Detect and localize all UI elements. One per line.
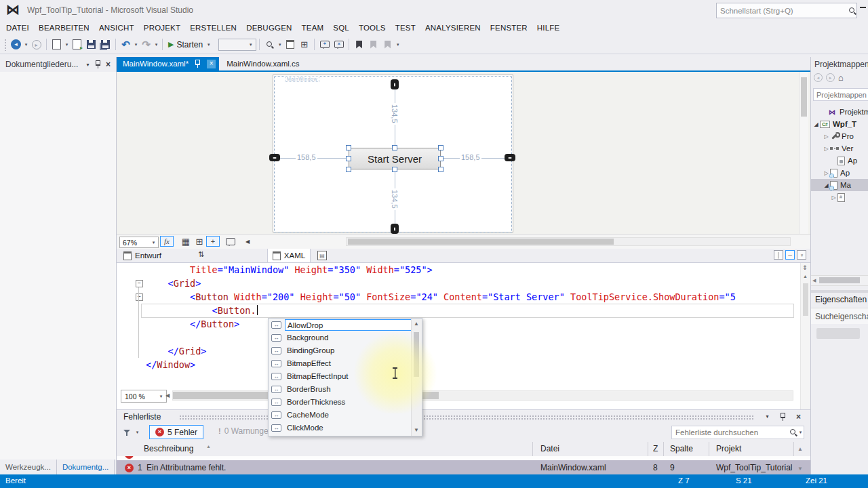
selection-handle[interactable] bbox=[392, 167, 397, 172]
selection-handle[interactable] bbox=[438, 167, 443, 172]
show-grid-icon[interactable]: ▦ bbox=[179, 236, 193, 247]
filter-funnel-icon[interactable] bbox=[123, 428, 132, 440]
horizontal-split-button[interactable]: ─ bbox=[785, 250, 795, 260]
quick-launch-box[interactable] bbox=[716, 3, 857, 18]
find-in-files-button[interactable] bbox=[262, 37, 277, 52]
vertical-split-button[interactable]: │ bbox=[774, 250, 783, 260]
intellisense-item-borderbrush[interactable]: BorderBrush bbox=[269, 383, 412, 396]
tab-entwurf[interactable]: Entwurf bbox=[123, 249, 161, 262]
column-header-z[interactable]: Z bbox=[653, 444, 658, 453]
window-position-chevron-icon[interactable]: ▾ bbox=[83, 60, 93, 70]
forward-button[interactable]: ▸ bbox=[826, 73, 835, 82]
close-icon[interactable]: × bbox=[793, 411, 804, 422]
collapsed-arrow-icon[interactable]: ▷ bbox=[830, 195, 837, 201]
code-line[interactable]: </Button> bbox=[146, 317, 801, 331]
tab-xaml[interactable]: XAML bbox=[267, 249, 311, 262]
solution-search-box[interactable] bbox=[813, 88, 868, 101]
scroll-down-arrow[interactable]: ▼ bbox=[797, 466, 803, 472]
close-icon[interactable]: × bbox=[207, 60, 216, 68]
menu-item-team[interactable]: TEAM bbox=[297, 22, 329, 34]
warnings-toggle-button[interactable]: ! 0 Warnungen bbox=[218, 426, 273, 436]
bookmark-button[interactable] bbox=[352, 37, 366, 52]
navigate-back-dropdown[interactable]: ▾ bbox=[23, 42, 29, 47]
code-line[interactable]: Title="MainWindow" Height="350" Width="5… bbox=[146, 263, 801, 277]
intellisense-item-allowdrop[interactable]: AllowDrop bbox=[269, 319, 412, 331]
collapsed-arrow-icon[interactable]: ▷ bbox=[823, 146, 830, 152]
code-line[interactable]: </Grid> bbox=[146, 344, 801, 358]
panel-header[interactable]: Dokumentgliederu... ▾ × bbox=[0, 57, 116, 72]
scroll-up-arrow[interactable]: ▲ bbox=[414, 321, 419, 327]
scroll-up-arrow[interactable]: ▲ bbox=[797, 446, 803, 452]
code-line[interactable]: </Window> bbox=[146, 358, 801, 371]
intellisense-item-clickmode[interactable]: ClickMode bbox=[269, 422, 412, 434]
editor-horizontal-scrollbar[interactable] bbox=[172, 390, 793, 401]
selection-handle[interactable] bbox=[346, 145, 351, 150]
home-icon[interactable]: ⌂ bbox=[838, 73, 844, 82]
scroll-left-arrow[interactable]: ◀ bbox=[165, 392, 170, 399]
debug-target-combo[interactable]: ▾ bbox=[218, 39, 256, 51]
annotation-bubble-icon[interactable] bbox=[224, 236, 237, 247]
tree-item-pro[interactable]: ▷Pro bbox=[811, 130, 868, 142]
selection-handle[interactable] bbox=[438, 145, 443, 150]
search-properties-header[interactable]: Sucheigenscha bbox=[811, 308, 868, 324]
tree-item-ap[interactable]: ▷Ap bbox=[811, 167, 868, 179]
intellisense-item-background[interactable]: Background bbox=[269, 331, 412, 344]
tree-item-ver[interactable]: ▷Ver bbox=[811, 142, 868, 155]
column-header-projekt[interactable]: Projekt bbox=[716, 444, 741, 453]
pin-icon[interactable] bbox=[778, 411, 788, 422]
editor-vertical-scrollbar[interactable]: ⇕ ▲ bbox=[800, 263, 810, 409]
tab-mainwindow-xaml[interactable]: MainWindow.xaml* × bbox=[117, 57, 219, 70]
scroll-up-arrow[interactable]: ▲ bbox=[803, 274, 808, 279]
menu-item-debuggen[interactable]: DEBUGGEN bbox=[241, 22, 296, 34]
snapline-toggle-icon[interactable]: + bbox=[206, 236, 220, 247]
solution-search-input[interactable] bbox=[814, 91, 868, 99]
minimize-button[interactable] bbox=[860, 7, 866, 8]
scrollbar-thumb[interactable] bbox=[819, 277, 860, 283]
open-file-button[interactable] bbox=[70, 37, 84, 52]
code-line[interactable]: <Grid> bbox=[146, 277, 801, 290]
menu-item-sql[interactable]: SQL bbox=[328, 22, 354, 34]
new-file-button[interactable] bbox=[50, 37, 64, 52]
error-search-box[interactable]: ▾ bbox=[671, 426, 804, 439]
window-position-chevron-icon[interactable]: ▾ bbox=[762, 411, 772, 422]
margin-anchor-right[interactable] bbox=[505, 154, 515, 161]
add-comment-button[interactable]: + bbox=[317, 37, 332, 52]
solution-explorer-button[interactable] bbox=[283, 37, 297, 52]
tool-tab-dokumentg[interactable]: Dokumentg... bbox=[57, 460, 115, 474]
tree-item-file[interactable]: ▷ bbox=[811, 191, 868, 203]
toolbar-overflow-chevron[interactable]: ▾ bbox=[277, 42, 283, 47]
navigate-back-button[interactable]: ◂ bbox=[9, 37, 23, 52]
designer-vertical-scrollbar[interactable] bbox=[799, 72, 808, 234]
menu-item-erstellen[interactable]: ERSTELLEN bbox=[185, 22, 241, 34]
outline-collapse-button[interactable] bbox=[136, 293, 143, 301]
redo-button[interactable]: ↷ bbox=[139, 37, 153, 52]
save-all-button[interactable] bbox=[98, 37, 113, 52]
intellisense-item-borderthickness[interactable]: BorderThickness bbox=[269, 396, 412, 409]
error-list-header[interactable]: Fehlerliste ▾ × bbox=[117, 410, 810, 424]
menu-item-hilfe[interactable]: HILFE bbox=[532, 22, 565, 34]
quick-launch-input[interactable] bbox=[717, 7, 848, 15]
split-preview-icon[interactable]: ▤ bbox=[317, 251, 327, 260]
close-icon[interactable]: × bbox=[103, 60, 113, 70]
code-line[interactable]: <Button Width="200" Height="50" FontSize… bbox=[146, 290, 801, 304]
navigate-forward-button[interactable]: ▸ bbox=[29, 37, 43, 52]
margin-anchor-left[interactable] bbox=[269, 154, 280, 161]
bookmark-overflow-chevron[interactable]: ▾ bbox=[395, 42, 401, 47]
collapse-pane-button[interactable]: « bbox=[797, 250, 806, 260]
menu-item-projekt[interactable]: PROJEKT bbox=[139, 22, 185, 34]
undo-button[interactable]: ↶ bbox=[119, 37, 133, 52]
margin-anchor-bottom[interactable] bbox=[391, 224, 399, 234]
column-header-spalte[interactable]: Spalte bbox=[670, 444, 693, 453]
margin-anchor-top[interactable] bbox=[391, 79, 399, 89]
selection-handle[interactable] bbox=[392, 145, 397, 150]
menu-item-analysieren[interactable]: ANALYSIEREN bbox=[420, 22, 486, 34]
menu-item-datei[interactable]: DATEI bbox=[1, 22, 34, 34]
scrollbar-thumb[interactable] bbox=[414, 332, 419, 377]
tool-tab-werkzeugk[interactable]: Werkzeugk... bbox=[0, 460, 57, 474]
save-button[interactable] bbox=[84, 37, 98, 52]
start-dropdown[interactable]: ▾ bbox=[205, 42, 212, 47]
scroll-left-arrow[interactable]: ◀ bbox=[245, 239, 250, 245]
scrollbar-thumb[interactable] bbox=[348, 239, 614, 245]
designer-horizontal-scrollbar[interactable] bbox=[346, 237, 791, 246]
next-bookmark-button[interactable] bbox=[380, 37, 395, 52]
